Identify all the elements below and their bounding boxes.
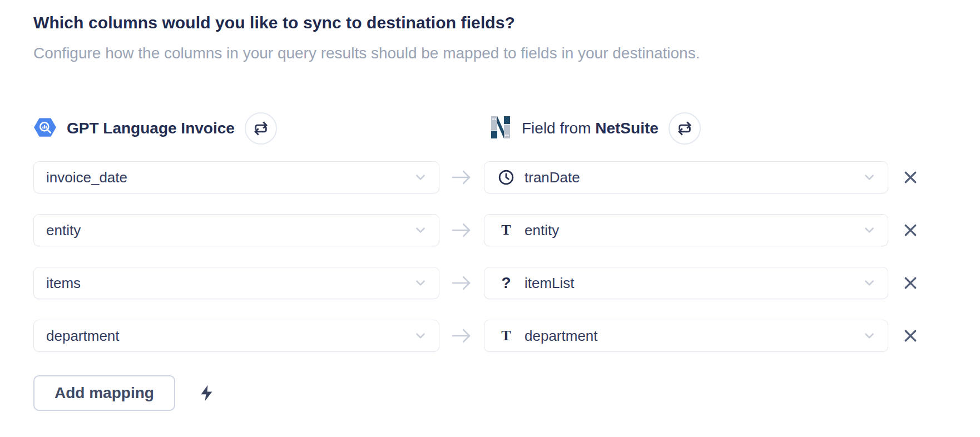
remove-mapping-button[interactable]	[888, 267, 924, 299]
destination-field-select[interactable]: T ? department	[484, 320, 888, 352]
repeat-icon	[253, 121, 269, 136]
text-type-icon: T	[497, 329, 516, 343]
column-mapping-panel: Which columns would you like to sync to …	[0, 0, 980, 411]
remove-mapping-button[interactable]	[888, 214, 924, 246]
source-column-select[interactable]: department	[33, 320, 439, 352]
chevron-down-icon	[862, 170, 877, 185]
swap-destination-button[interactable]	[669, 112, 701, 145]
destination-field-value: entity	[524, 222, 855, 239]
destination-field-select[interactable]: T ? entity	[484, 214, 888, 246]
chevron-down-icon	[862, 276, 877, 290]
remove-mapping-button[interactable]	[888, 320, 924, 352]
source-column-select[interactable]: items	[33, 267, 439, 299]
page-subtitle: Configure how the columns in your query …	[33, 43, 980, 63]
destination-field-select[interactable]: T ? tranDate	[484, 161, 888, 193]
chevron-down-icon	[862, 223, 877, 237]
text-type-icon: T	[497, 223, 516, 237]
source-column-value: items	[46, 275, 407, 292]
add-mapping-button[interactable]: Add mapping	[33, 375, 175, 411]
close-icon	[902, 327, 919, 344]
mapping-row: department T ?	[33, 320, 980, 352]
chevron-down-icon	[413, 170, 428, 185]
source-column-select[interactable]: invoice_date	[33, 161, 439, 193]
mapping-rows: invoice_date T ?	[33, 161, 980, 352]
close-icon	[902, 275, 919, 291]
destination-field-value: department	[524, 327, 855, 345]
column-headers: GPT Language Invoice	[33, 112, 980, 145]
source-column-header: GPT Language Invoice	[33, 112, 439, 145]
mapping-row: items T ? ite	[33, 267, 980, 299]
close-icon	[902, 222, 919, 239]
clock-icon	[497, 169, 516, 186]
actions-bar: Add mapping	[33, 375, 980, 411]
source-column-value: department	[46, 327, 407, 345]
mapping-arrow-icon	[439, 326, 484, 345]
mapping-arrow-icon	[439, 274, 484, 292]
page-title: Which columns would you like to sync to …	[33, 12, 980, 33]
netsuite-icon	[489, 116, 512, 141]
destination-column-header: Field from NetSuite	[484, 112, 888, 145]
repeat-icon	[677, 121, 692, 136]
chevron-down-icon	[413, 276, 428, 290]
remove-mapping-button[interactable]	[888, 161, 924, 193]
destination-field-select[interactable]: T ? itemList	[484, 267, 888, 299]
destination-field-value: itemList	[524, 275, 855, 292]
close-icon	[902, 169, 919, 186]
chevron-down-icon	[413, 329, 428, 343]
mapping-arrow-icon	[439, 168, 484, 187]
source-column-value: invoice_date	[46, 169, 407, 186]
destination-field-value: tranDate	[524, 169, 855, 186]
chevron-down-icon	[413, 223, 428, 237]
chevron-down-icon	[862, 329, 877, 343]
destination-header-label: Field from NetSuite	[522, 120, 659, 137]
source-column-select[interactable]: entity	[33, 214, 439, 246]
mapping-row: entity T ? en	[33, 214, 980, 246]
lightning-bolt-icon[interactable]	[197, 383, 216, 403]
bigquery-icon	[33, 116, 57, 141]
unknown-type-icon: ?	[497, 275, 516, 291]
swap-source-button[interactable]	[245, 112, 277, 145]
mapping-row: invoice_date T ?	[33, 161, 980, 193]
mapping-arrow-icon	[439, 221, 484, 240]
source-header-label: GPT Language Invoice	[67, 120, 235, 137]
source-column-value: entity	[46, 222, 407, 239]
